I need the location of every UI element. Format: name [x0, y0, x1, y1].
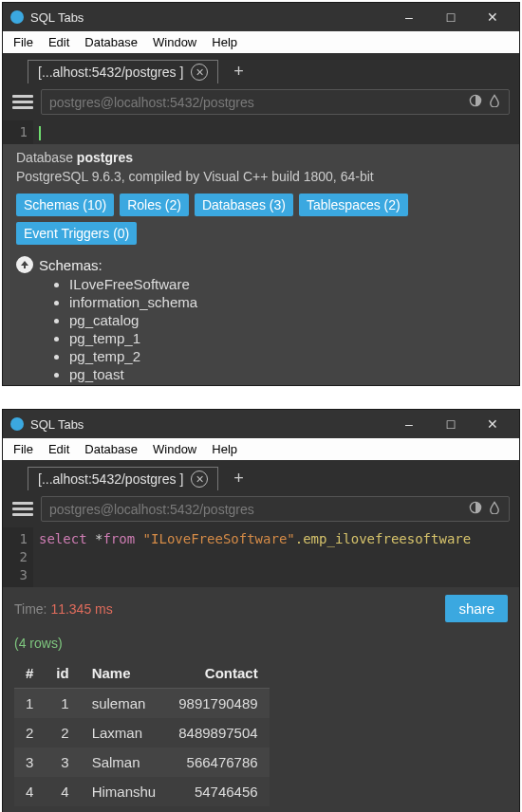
sql-editor[interactable]: 1: [3, 120, 519, 144]
schema-item[interactable]: ILoveFreeSoftware: [69, 275, 519, 293]
hamburger-icon[interactable]: [12, 95, 33, 109]
address-row: postgres@localhost:5432/postgres: [3, 83, 519, 120]
db-line: Database postgres: [3, 148, 519, 167]
table-header-row: # id Name Contact: [14, 658, 270, 689]
tab-strip: [...alhost:5432/postgres ] ✕ +: [3, 53, 519, 83]
maximize-button[interactable]: □: [430, 3, 472, 31]
menu-window[interactable]: Window: [146, 33, 203, 51]
col-index[interactable]: #: [14, 658, 45, 689]
address-text: postgres@localhost:5432/postgres: [49, 502, 254, 517]
col-id[interactable]: id: [45, 658, 80, 689]
schema-list: ILoveFreeSoftware information_schema pg_…: [3, 273, 519, 379]
droplet-icon[interactable]: [488, 94, 501, 110]
menu-file[interactable]: File: [7, 440, 40, 458]
connection-tab[interactable]: [...alhost:5432/postgres ] ✕: [28, 60, 218, 83]
badge-event-triggers[interactable]: Event Triggers (0): [16, 222, 137, 245]
close-window-button[interactable]: ✕: [472, 410, 513, 438]
code-area[interactable]: [33, 120, 519, 144]
schema-item[interactable]: pg_toast: [69, 365, 519, 383]
connection-tab[interactable]: [...alhost:5432/postgres ] ✕: [28, 467, 218, 490]
col-name[interactable]: Name: [81, 658, 168, 689]
arrow-up-icon: [16, 256, 33, 273]
menu-edit[interactable]: Edit: [42, 33, 76, 51]
schema-item[interactable]: pg_temp_1: [69, 329, 519, 347]
app-icon: [10, 10, 24, 24]
address-bar[interactable]: postgres@localhost:5432/postgres: [41, 89, 510, 115]
badge-databases[interactable]: Databases (3): [195, 194, 293, 216]
minimize-button[interactable]: –: [388, 410, 430, 438]
hamburger-icon[interactable]: [12, 502, 33, 516]
table-row[interactable]: 44Himanshu54746456: [14, 777, 270, 806]
info-panel: Database postgres PostgreSQL 9.6.3, comp…: [3, 144, 519, 385]
share-button[interactable]: share: [445, 595, 508, 622]
tab-label: [...alhost:5432/postgres ]: [38, 65, 183, 80]
menu-edit[interactable]: Edit: [42, 440, 76, 458]
tab-strip: [...alhost:5432/postgres ] ✕ +: [3, 460, 519, 490]
badge-roles[interactable]: Roles (2): [120, 194, 189, 216]
results-table: # id Name Contact 11suleman9891790489 22…: [14, 658, 270, 806]
titlebar[interactable]: SQL Tabs – □ ✕: [3, 410, 519, 438]
minimize-button[interactable]: –: [388, 3, 430, 31]
schemas-heading[interactable]: Schemas:: [3, 249, 519, 273]
schema-item[interactable]: information_schema: [69, 293, 519, 311]
menu-window[interactable]: Window: [146, 440, 203, 458]
table-row[interactable]: 22Laxman8489897504: [14, 718, 270, 747]
app-title: SQL Tabs: [30, 417, 388, 432]
close-window-button[interactable]: ✕: [472, 3, 513, 31]
menu-bar: File Edit Database Window Help: [3, 31, 519, 53]
col-contact[interactable]: Contact: [167, 658, 269, 689]
menu-help[interactable]: Help: [205, 33, 244, 51]
row-count: (4 rows): [14, 636, 508, 651]
new-tab-button[interactable]: +: [228, 62, 250, 82]
sql-editor[interactable]: 1 2 3 select *from "ILoveFreeSoftware".e…: [3, 527, 519, 587]
droplet-icon[interactable]: [488, 501, 501, 517]
app-title: SQL Tabs: [30, 10, 388, 25]
contrast-icon[interactable]: [469, 501, 482, 517]
tab-label: [...alhost:5432/postgres ]: [38, 471, 183, 487]
badge-schemas[interactable]: Schemas (10): [16, 194, 114, 216]
menu-database[interactable]: Database: [78, 33, 144, 51]
contrast-icon[interactable]: [469, 94, 482, 110]
table-row[interactable]: 33Salman566476786: [14, 747, 270, 777]
schema-item[interactable]: pg_catalog: [69, 311, 519, 329]
menu-help[interactable]: Help: [205, 440, 244, 458]
window-bottom: SQL Tabs – □ ✕ File Edit Database Window…: [2, 409, 520, 812]
menu-bar: File Edit Database Window Help: [3, 438, 519, 460]
results-panel: Time: 11.345 ms share (4 rows) # id Name…: [3, 587, 519, 812]
menu-file[interactable]: File: [7, 33, 40, 51]
titlebar[interactable]: SQL Tabs – □ ✕: [3, 3, 519, 31]
text-cursor: [39, 126, 41, 140]
menu-database[interactable]: Database: [78, 440, 144, 458]
line-gutter: 1: [3, 120, 33, 144]
table-row[interactable]: 11suleman9891790489: [14, 689, 270, 719]
version-line: PostgreSQL 9.6.3, compiled by Visual C++…: [3, 167, 519, 186]
schema-item[interactable]: pg_temp_2: [69, 347, 519, 365]
close-tab-icon[interactable]: ✕: [191, 64, 208, 81]
query-time: Time: 11.345 ms: [14, 601, 113, 617]
window-top: SQL Tabs – □ ✕ File Edit Database Window…: [2, 2, 520, 386]
maximize-button[interactable]: □: [430, 410, 472, 438]
code-area[interactable]: select *from "ILoveFreeSoftware".emp_ilo…: [33, 527, 519, 587]
address-text: postgres@localhost:5432/postgres: [49, 95, 254, 110]
badge-tablespaces[interactable]: Tablespaces (2): [299, 194, 408, 216]
badge-row: Schemas (10) Roles (2) Databases (3) Tab…: [3, 186, 519, 249]
app-icon: [10, 417, 24, 431]
address-row: postgres@localhost:5432/postgres: [3, 490, 519, 527]
close-tab-icon[interactable]: ✕: [191, 471, 208, 488]
new-tab-button[interactable]: +: [228, 469, 250, 489]
address-bar[interactable]: postgres@localhost:5432/postgres: [41, 496, 510, 522]
line-gutter: 1 2 3: [3, 527, 33, 587]
